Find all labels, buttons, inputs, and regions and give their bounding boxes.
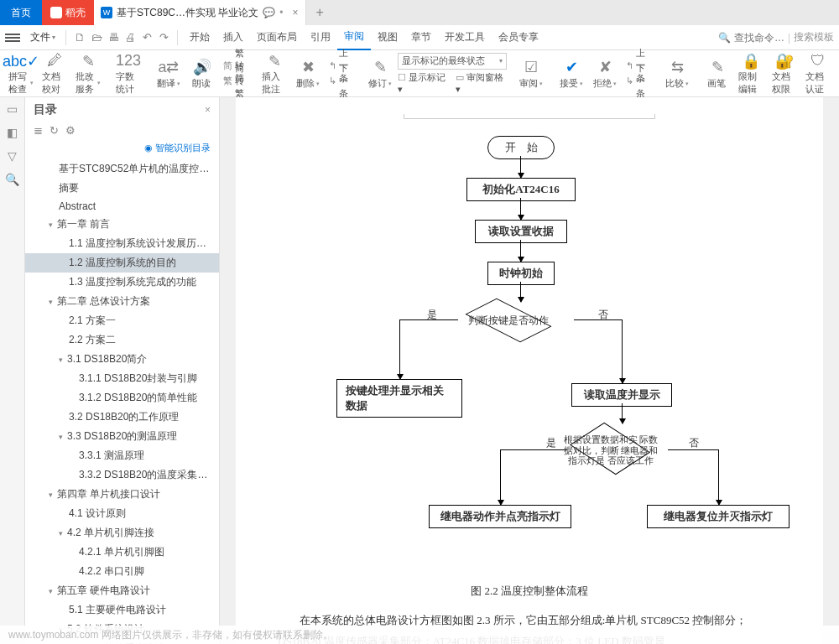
toc-item[interactable]: 1.2 温度控制系统的目的 bbox=[25, 253, 219, 273]
toc-item[interactable]: 3.3.1 测温原理 bbox=[25, 446, 219, 465]
ribbon-删除[interactable]: ✖删除 bbox=[292, 52, 324, 96]
toc-item[interactable]: 1.3 温度控制系统完成的功能 bbox=[25, 273, 219, 292]
toc-tool-0[interactable]: ≣ bbox=[34, 124, 43, 137]
ribbon-sub[interactable]: ▭ 审阅窗格 ▾ bbox=[456, 71, 507, 95]
file-menu[interactable]: 文件 bbox=[25, 30, 60, 44]
ribbon-朗读[interactable]: 🔊朗读 bbox=[186, 52, 218, 96]
smart-toc-button[interactable]: 智能识别目录 bbox=[25, 140, 219, 159]
ribbon-拼写检查[interactable]: abc✓拼写检查 bbox=[5, 52, 37, 96]
ribbon-接受[interactable]: ✔接受 bbox=[555, 52, 587, 96]
markup-dropdown[interactable]: 显示标记的最终状态 bbox=[398, 53, 507, 70]
leftbar-icon-0[interactable]: ▭ bbox=[7, 102, 18, 116]
ribbon-字数统计[interactable]: 123字数统计 bbox=[112, 52, 144, 96]
toc-item[interactable]: 4.2.2 串口引脚 bbox=[25, 562, 219, 581]
search-icon: 🔍 bbox=[718, 32, 731, 44]
figure-caption: 图 2.2 温度控制整体流程 bbox=[278, 584, 781, 599]
toc-item[interactable]: 2.1 方案一 bbox=[25, 311, 219, 330]
doc-title: 基于STC89C…件实现 毕业论文 bbox=[117, 6, 258, 20]
toolbar-icon-5[interactable]: ↷ bbox=[155, 29, 172, 46]
left-toolbar: ▭◧▽🔍 bbox=[0, 97, 25, 644]
toc-tool-2[interactable]: ⚙ bbox=[65, 124, 76, 137]
template-search[interactable]: 搜索模板 bbox=[794, 30, 834, 44]
close-tab-icon[interactable]: × bbox=[293, 7, 299, 18]
ribbon-插入批注[interactable]: ✎插入批注 bbox=[258, 52, 290, 96]
toc-item[interactable]: 2.2 方案二 bbox=[25, 330, 219, 350]
toolbar-icon-0[interactable]: 🗋 bbox=[71, 29, 88, 46]
leftbar-icon-3[interactable]: 🔍 bbox=[5, 173, 19, 186]
fc-start: 开 始 bbox=[487, 136, 555, 159]
toc-list: 基于STC89C52单片机的温度控制系统设计方 …摘要Abstract▾第一章 … bbox=[25, 159, 219, 644]
ribbon-比较[interactable]: ⇆比较 bbox=[661, 52, 693, 96]
toc-item[interactable]: ▾3.3 DS18B20的测温原理 bbox=[25, 427, 219, 446]
tab-daoke[interactable]: 稻壳 bbox=[42, 0, 94, 25]
toolbar-icon-2[interactable]: 🖶 bbox=[105, 29, 122, 46]
toc-item[interactable]: 3.3.2 DS18B20的温度采集过程 bbox=[25, 465, 219, 485]
toc-item[interactable]: 基于STC89C52单片机的温度控制系统设计方 … bbox=[25, 159, 219, 179]
titlebar: 首页 稻壳 W 基于STC89C…件实现 毕业论文 💬 • × + bbox=[0, 0, 839, 25]
menu-tab-7[interactable]: 开发工具 bbox=[438, 25, 492, 50]
menu-tab-6[interactable]: 章节 bbox=[404, 25, 438, 50]
menu-tab-8[interactable]: 会员专享 bbox=[492, 25, 545, 50]
ribbon-修订[interactable]: ✎修订 bbox=[364, 52, 396, 96]
ribbon-限制编辑[interactable]: 🔒限制编辑 bbox=[735, 52, 767, 96]
ribbon-stack[interactable]: 简繁转简繁简转繁 bbox=[220, 59, 250, 88]
toc-item[interactable]: 3.1.2 DS18B20的简单性能 bbox=[25, 388, 219, 408]
fc-read-settings: 读取设置收据 bbox=[475, 220, 567, 243]
toc-item[interactable]: 摘要 bbox=[25, 179, 219, 198]
close-sidebar-icon[interactable]: × bbox=[205, 104, 211, 116]
ribbon-stack[interactable]: ↰上一条↳下一条 bbox=[623, 59, 653, 88]
menubar: 文件 🗋🗁🖶🖨↶↷ 开始插入页面布局引用审阅视图章节开发工具会员专享 🔍 | 搜… bbox=[0, 25, 839, 50]
menu-tab-0[interactable]: 开始 bbox=[183, 25, 216, 50]
dot-icon: • bbox=[279, 7, 283, 18]
leftbar-icon-2[interactable]: ▽ bbox=[8, 149, 17, 163]
ribbon-stack[interactable]: ↰上一条↳下一条 bbox=[326, 59, 356, 88]
fc-relay-decision: 根据设置数据和实 际数据对比，判断 继电器和指示灯是 否应该工作 bbox=[622, 450, 623, 451]
ribbon-画笔[interactable]: ✎画笔 bbox=[701, 52, 733, 96]
toc-item[interactable]: ▾第一章 前言 bbox=[25, 215, 219, 234]
toc-item[interactable]: 5.1 主要硬件电路设计 bbox=[25, 600, 219, 620]
toc-item[interactable]: 3.1.1 DS18B20封装与引脚 bbox=[25, 369, 219, 388]
toc-item[interactable]: ▾第四章 单片机接口设计 bbox=[25, 485, 219, 504]
flowchart: 开 始 初始化AT24C16 读取设置收据 时钟初始 判断按键是否动作 按键处理… bbox=[278, 136, 781, 572]
toolbar-icon-4[interactable]: ↶ bbox=[138, 29, 155, 46]
watermark-footer: www.toymoban.com 网络图片仅供展示，非存储，如有侵权请联系删除。 bbox=[0, 626, 839, 644]
ribbon-拒绝[interactable]: ✘拒绝 bbox=[589, 52, 621, 96]
toc-item[interactable]: ▾4.2 单片机引脚连接 bbox=[25, 523, 219, 543]
ribbon-文档认证[interactable]: 🛡文档认证 bbox=[802, 52, 834, 96]
page: 开 始 初始化AT24C16 读取设置收据 时钟初始 判断按键是否动作 按键处理… bbox=[236, 97, 823, 644]
toc-item[interactable]: 3.2 DS18B20的工作原理 bbox=[25, 408, 219, 427]
fc-relay-off: 继电器复位并灭指示灯 bbox=[647, 505, 789, 528]
ribbon-文档权限[interactable]: 🔐文档权限 bbox=[769, 52, 800, 96]
toc-item[interactable]: 4.1 设计原则 bbox=[25, 504, 219, 523]
search-input[interactable] bbox=[734, 32, 784, 44]
tab-document[interactable]: W 基于STC89C…件实现 毕业论文 💬 • × bbox=[94, 0, 306, 25]
menu-tab-1[interactable]: 插入 bbox=[216, 25, 250, 50]
daoke-icon bbox=[50, 7, 62, 18]
toolbar-icon-1[interactable]: 🗁 bbox=[88, 29, 105, 46]
toc-item[interactable]: 4.2.1 单片机引脚图 bbox=[25, 543, 219, 562]
menu-tab-3[interactable]: 引用 bbox=[304, 25, 337, 50]
ribbon-sub[interactable]: ☐ 显示标记 ▾ bbox=[398, 71, 449, 95]
ribbon-批改服务[interactable]: ✎批改服务 bbox=[72, 52, 104, 96]
toc-item[interactable]: ▾3.1 DS18B20简介 bbox=[25, 350, 219, 369]
ribbon-翻译[interactable]: a⇄翻译 bbox=[153, 52, 185, 96]
menu-tab-5[interactable]: 视图 bbox=[371, 25, 404, 50]
home-tab[interactable]: 首页 bbox=[0, 0, 42, 25]
fc-clock: 时钟初始 bbox=[487, 262, 555, 285]
menu-tab-2[interactable]: 页面布局 bbox=[250, 25, 304, 50]
ribbon-文档校对[interactable]: 🖉文档校对 bbox=[39, 52, 70, 96]
chat-icon: 💬 bbox=[263, 7, 275, 18]
toc-item[interactable]: ▾第五章 硬件电路设计 bbox=[25, 581, 219, 600]
label-yes2: 是 bbox=[546, 436, 556, 450]
toc-tool-1[interactable]: ↻ bbox=[50, 124, 59, 137]
document-area[interactable]: 开 始 初始化AT24C16 读取设置收据 时钟初始 判断按键是否动作 按键处理… bbox=[220, 97, 839, 644]
toc-item[interactable]: Abstract bbox=[25, 198, 219, 215]
toc-item[interactable]: ▾第二章 总体设计方案 bbox=[25, 292, 219, 311]
toolbar-icon-3[interactable]: 🖨 bbox=[122, 29, 138, 46]
hamburger-icon[interactable] bbox=[5, 34, 20, 42]
leftbar-icon-1[interactable]: ◧ bbox=[7, 126, 18, 139]
ribbon-审阅[interactable]: ☑审阅 bbox=[515, 52, 547, 96]
new-tab-button[interactable]: + bbox=[306, 5, 334, 20]
toc-item[interactable]: 1.1 温度控制系统设计发展历史及意义 bbox=[25, 234, 219, 253]
menu-tab-4[interactable]: 审阅 bbox=[337, 25, 371, 50]
